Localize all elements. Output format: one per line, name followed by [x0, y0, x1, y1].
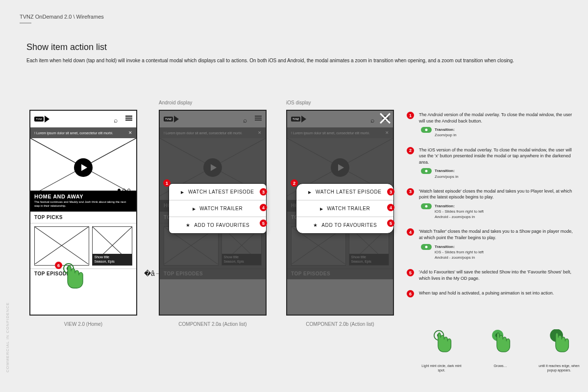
gesture-caption: Light mint circle, dark mint spot.: [419, 364, 464, 372]
alert-text: ! Lorem ipsum dolor sit amet, consectetu…: [34, 131, 113, 135]
action-watch-latest[interactable]: WATCH LATEST EPISODE: [169, 184, 266, 200]
close-icon: ✕: [258, 130, 262, 135]
gesture-end: until it reaches edge, when popup appear…: [537, 329, 581, 372]
play-icon: [320, 206, 323, 211]
belt-title-top-picks: TOP PICKS: [30, 212, 136, 223]
caption-view: VIEW 2.0 (Home): [29, 321, 137, 327]
tile-meta: Show titleSeason, Epis: [93, 254, 132, 265]
annotation-badge-1: 1: [407, 112, 414, 119]
annotation-text: 'Watch Trailer' closes the modal and tak…: [419, 228, 573, 241]
annotation-badge-2: 2: [291, 179, 298, 187]
app-header: TVNZ: [160, 111, 266, 127]
hero-title: HOME AND AWAY: [34, 194, 132, 199]
label-android: Android display: [159, 100, 192, 105]
annotation-text: When tap and hold is activated, a pulsin…: [419, 290, 573, 296]
transition-text: Transition:iOS - Slides from right to le…: [435, 203, 484, 220]
tvnz-logo[interactable]: TVNZ: [34, 116, 49, 122]
annotation-text: 'Watch latest episode' closes the modal …: [419, 188, 573, 200]
gesture-caption: until it reaches edge, when popup appear…: [537, 364, 581, 372]
gesture-grow: Grows…: [478, 329, 522, 372]
logo-play-icon: [45, 116, 49, 122]
tvnz-logo: TVNZ: [291, 116, 306, 122]
annotation-badge-5: 5: [387, 220, 394, 227]
annotation-legend: 1The Android version of the modal overla…: [407, 112, 573, 306]
annotation-text: The iOS version of the modal overlay. To…: [419, 147, 573, 166]
action-watch-latest[interactable]: WATCH LATEST EPISODE: [296, 184, 393, 200]
close-icon[interactable]: [376, 110, 394, 127]
transition-text: Transition:iOS - Slides from right to le…: [435, 244, 484, 261]
annotation-badge-5: 5: [407, 269, 414, 276]
play-icon: [308, 189, 312, 195]
gesture-sequence: Light mint circle, dark mint spot. Grows…: [419, 329, 581, 372]
label-ios: iOS display: [286, 100, 311, 105]
annotation-badge-4: 4: [387, 204, 394, 211]
star-icon: [186, 222, 191, 228]
search-icon: [243, 116, 250, 122]
eye-icon: [421, 127, 432, 133]
app-header: TVNZ: [30, 111, 136, 127]
action-list-ios: WATCH LATEST EPISODE WATCH TRAILER ADD T…: [296, 183, 394, 234]
action-list-android: WATCH LATEST EPISODE WATCH TRAILER ADD T…: [169, 183, 267, 234]
hamburger-icon: [255, 116, 262, 122]
star-icon: [313, 222, 318, 228]
play-icon: [193, 206, 196, 211]
annotation-badge-1: 1: [163, 179, 171, 187]
alert-bar: ! Lorem ipsum dolor sit amet, consectetu…: [160, 127, 266, 138]
annotation-badge-3: 3: [260, 188, 267, 196]
annotation-badge-2: 2: [407, 147, 414, 154]
annotation-badge-5: 5: [260, 220, 267, 227]
annotation-badge-6: 6: [407, 290, 414, 297]
annotation-badge-3: 3: [387, 188, 394, 196]
annotation-badge-4: 4: [407, 228, 414, 236]
hamburger-icon[interactable]: [125, 116, 132, 122]
annotation-badge-4: 4: [260, 204, 267, 211]
caption-component-b: COMPONENT 2.0b (Action list): [286, 321, 394, 327]
logo-text: TVNZ: [34, 117, 44, 122]
transition-text: Transition:Zoom/pop in: [435, 127, 456, 138]
search-icon[interactable]: [114, 116, 121, 122]
close-icon[interactable]: ✕: [128, 130, 132, 135]
gesture-start: Light mint circle, dark mint spot.: [419, 329, 464, 372]
eye-icon: [421, 244, 432, 250]
hero-tile[interactable]: HOME AND AWAY The festival continues and…: [30, 138, 136, 212]
annotation-badge-6: 6: [55, 262, 62, 269]
intro-text: Each item when held down (tap and hold) …: [26, 57, 514, 64]
close-icon: ✕: [385, 130, 389, 135]
page-title: Show item action list: [26, 42, 107, 52]
tvnz-logo: TVNZ: [164, 116, 179, 122]
alert-bar: ! Lorem ipsum dolor sit amet, consectetu…: [287, 127, 393, 138]
tap-hold-gesture: [59, 262, 86, 298]
eye-icon: [421, 168, 432, 174]
action-watch-trailer[interactable]: WATCH TRAILER: [296, 200, 393, 217]
show-tile[interactable]: Show titleSeason, Epis: [92, 226, 132, 266]
confidentiality-tag: COMMERCIAL IN CONFIDENCE: [5, 302, 10, 372]
show-tile[interactable]: [34, 226, 89, 266]
annotation-text: The Android version of the modal overlay…: [419, 112, 573, 124]
action-watch-trailer[interactable]: WATCH TRAILER: [169, 200, 266, 217]
play-icon[interactable]: [74, 158, 93, 177]
breadcrumb-rule: [20, 23, 31, 24]
action-add-favourites[interactable]: ADD TO FAVOURITES: [296, 217, 393, 233]
action-add-favourites[interactable]: ADD TO FAVOURITES: [169, 217, 266, 233]
annotation-text: 'Add to Favourites' will save the select…: [419, 269, 573, 281]
play-icon: [181, 189, 184, 195]
hero-subtitle: The festival continues and Maddy and Jos…: [34, 200, 132, 208]
breadcrumb: TVNZ OnDemand 2.0 \ Wireframes: [20, 14, 104, 20]
caption-component-a: COMPONENT 2.0a (Action list): [159, 321, 267, 327]
gesture-caption: Grows…: [478, 364, 522, 368]
alert-bar: ! Lorem ipsum dolor sit amet, consectetu…: [30, 127, 136, 138]
annotation-badge-3: 3: [407, 188, 414, 196]
transition-text: Transition:Zoom/pops in: [435, 168, 458, 179]
eye-icon: [421, 203, 432, 209]
hero-caption: HOME AND AWAY The festival continues and…: [30, 191, 136, 211]
